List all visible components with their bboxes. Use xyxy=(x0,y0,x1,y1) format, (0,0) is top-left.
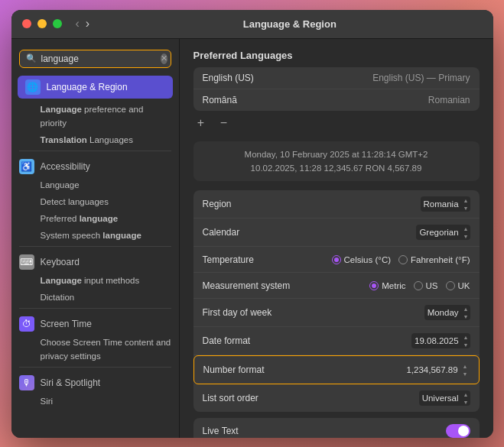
date-format-label: Date format xyxy=(203,335,310,346)
list-sort-label: List sort order xyxy=(203,393,310,403)
titlebar: ‹ › Language & Region xyxy=(11,10,493,39)
sidebar-item-siri-spotlight[interactable]: 🎙 Siri & Spotlight xyxy=(11,371,179,392)
uk-option[interactable]: UK xyxy=(446,281,470,290)
sidebar-item-lang[interactable]: Language xyxy=(11,176,179,193)
screentime-icon: ⏱ xyxy=(19,316,34,332)
measurement-row: Measurement system Metric US UK xyxy=(193,273,480,299)
sidebar-item-siri[interactable]: Siri xyxy=(11,392,179,409)
uk-label: UK xyxy=(458,281,470,290)
list-sort-row: List sort order Universal ▲ ▼ xyxy=(193,384,480,412)
divider-1 xyxy=(19,151,171,151)
number-format-down[interactable]: ▼ xyxy=(461,370,470,377)
main-content: Preferred Languages English (US) English… xyxy=(180,39,493,438)
us-option[interactable]: US xyxy=(414,281,438,290)
siri-spotlight-label: Siri & Spotlight xyxy=(41,377,101,388)
number-format-val: 1,234,567.89 xyxy=(403,365,460,374)
date-format-stepper[interactable]: 19.08.2025 ▲ ▼ xyxy=(411,333,470,348)
lang-detail: English (US) — Primary xyxy=(372,73,470,83)
lang-detail: Romanian xyxy=(428,95,470,105)
region-value: Romania ▲ ▼ xyxy=(421,196,470,212)
us-label: US xyxy=(426,281,438,290)
divider-4 xyxy=(19,367,171,368)
sidebar-item-lang-pref[interactable]: Language preference and priority xyxy=(11,100,179,131)
sidebar: 🔍 ✕ 🌐 Language & Region Language prefere… xyxy=(11,39,180,438)
date-format-up[interactable]: ▲ xyxy=(462,333,470,341)
accessibility-icon: ♿ xyxy=(19,159,34,174)
sidebar-item-keyboard[interactable]: ⌨ Keyboard xyxy=(11,250,179,271)
calendar-value: Gregorian ▲ ▼ xyxy=(416,225,470,240)
remove-language-button[interactable]: − xyxy=(216,115,232,131)
sidebar-item-screen-time[interactable]: ⏱ Screen Time xyxy=(11,312,179,333)
first-day-value: Monday ▲ ▼ xyxy=(424,305,470,320)
uk-radio[interactable] xyxy=(446,281,455,290)
sidebar-item-accessibility[interactable]: ♿ Accessibility xyxy=(11,154,179,176)
temperature-options: Celsius (°C) Fahrenheit (°F) xyxy=(332,255,470,264)
number-format-up[interactable]: ▲ xyxy=(461,362,470,370)
sidebar-sub-label: Language xyxy=(41,180,80,189)
sidebar-item-preferred-lang[interactable]: Preferred language xyxy=(11,209,179,226)
sidebar-sub-label: Language preference and priority xyxy=(41,105,144,128)
maximize-button[interactable] xyxy=(53,19,62,28)
sidebar-item-detect[interactable]: Detect languages xyxy=(11,193,179,209)
celsius-radio[interactable] xyxy=(332,255,341,264)
minimize-button[interactable] xyxy=(37,19,47,28)
calendar-down[interactable]: ▼ xyxy=(462,232,470,240)
us-radio[interactable] xyxy=(414,281,423,290)
window-title: Language & Region xyxy=(97,18,482,30)
live-text-header: Live Text xyxy=(203,424,470,437)
sidebar-item-translation[interactable]: Translation Languages xyxy=(11,131,179,147)
forward-button[interactable]: › xyxy=(84,17,91,31)
list-sort-up[interactable]: ▲ xyxy=(462,390,470,398)
date-format-row: Date format 19.08.2025 ▲ ▼ xyxy=(193,327,480,355)
calendar-up[interactable]: ▲ xyxy=(462,225,470,232)
sidebar-sub-label: System speech language xyxy=(41,231,141,240)
language-row-english: English (US) English (US) — Primary xyxy=(193,67,480,89)
calendar-stepper[interactable]: Gregorian ▲ ▼ xyxy=(416,225,470,240)
sidebar-item-input-methods[interactable]: Language input methods xyxy=(11,271,179,288)
celsius-option[interactable]: Celsius (°C) xyxy=(332,255,391,264)
number-format-row: Number format 1,234,567.89 ▲ ▼ xyxy=(193,355,480,384)
sidebar-item-screen-time-choose[interactable]: Choose Screen Time content and privacy s… xyxy=(11,333,179,364)
sidebar-sub-label: Dictation xyxy=(41,293,75,302)
first-day-row: First day of week Monday ▲ ▼ xyxy=(193,299,480,327)
date-format-val: 19.08.2025 xyxy=(411,336,462,345)
sidebar-item-dictation[interactable]: Dictation xyxy=(11,288,179,305)
search-clear-button[interactable]: ✕ xyxy=(161,53,167,64)
sidebar-sub-label: Language input methods xyxy=(41,276,140,285)
number-format-label: Number format xyxy=(203,364,311,375)
metric-option[interactable]: Metric xyxy=(369,281,405,290)
preferred-languages-title: Preferred Languages xyxy=(193,50,480,61)
sidebar-item-language-region[interactable]: 🌐 Language & Region xyxy=(18,76,173,99)
content-area: 🔍 ✕ 🌐 Language & Region Language prefere… xyxy=(11,39,493,438)
fahrenheit-radio[interactable] xyxy=(398,255,408,264)
date-format-down[interactable]: ▼ xyxy=(462,341,470,348)
nav-arrows: ‹ › xyxy=(74,17,92,31)
list-sort-val: Universal xyxy=(419,394,462,403)
sidebar-item-speech-lang[interactable]: System speech language xyxy=(11,226,179,243)
first-day-up[interactable]: ▲ xyxy=(462,305,470,313)
first-day-arrows: ▲ ▼ xyxy=(462,305,470,320)
search-icon: 🔍 xyxy=(26,53,37,63)
fahrenheit-option[interactable]: Fahrenheit (°F) xyxy=(398,255,470,264)
region-arrows: ▲ ▼ xyxy=(462,196,470,212)
first-day-down[interactable]: ▼ xyxy=(462,313,470,320)
add-language-button[interactable]: + xyxy=(193,115,209,131)
region-up[interactable]: ▲ xyxy=(462,196,470,204)
calendar-label: Calendar xyxy=(203,227,310,238)
list-sort-down[interactable]: ▼ xyxy=(462,398,470,406)
live-text-toggle[interactable] xyxy=(446,424,470,437)
search-box[interactable]: 🔍 ✕ xyxy=(19,50,171,68)
metric-label: Metric xyxy=(382,281,405,290)
accessibility-label: Accessibility xyxy=(41,161,90,172)
language-controls: + − xyxy=(193,114,480,132)
region-stepper[interactable]: Romania ▲ ▼ xyxy=(421,196,470,212)
sidebar-sub-label: Choose Screen Time content and privacy s… xyxy=(41,338,171,361)
back-button[interactable]: ‹ xyxy=(74,17,81,31)
list-sort-stepper[interactable]: Universal ▲ ▼ xyxy=(419,390,470,406)
search-input[interactable] xyxy=(41,53,156,64)
first-day-stepper[interactable]: Monday ▲ ▼ xyxy=(424,305,470,320)
metric-radio[interactable] xyxy=(369,281,379,290)
close-button[interactable] xyxy=(22,19,31,28)
number-format-stepper[interactable]: 1,234,567.89 ▲ ▼ xyxy=(403,362,469,377)
region-down[interactable]: ▼ xyxy=(462,204,470,212)
